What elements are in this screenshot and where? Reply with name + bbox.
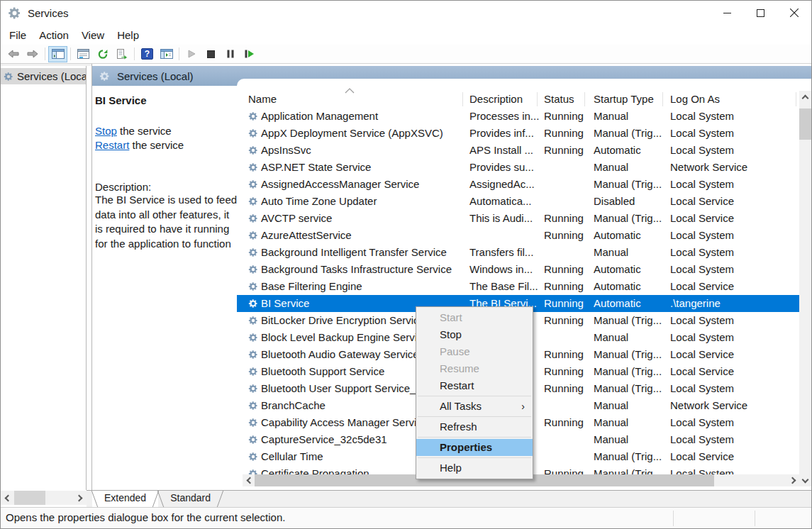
forward-button[interactable] xyxy=(23,46,42,62)
service-name-cell: Application Management xyxy=(261,108,464,125)
menu-item-restart[interactable]: Restart xyxy=(416,377,533,394)
start-service-button[interactable] xyxy=(182,46,201,62)
tree-horizontal-scrollbar[interactable] xyxy=(1,491,87,505)
service-row[interactable]: Background Intelligent Transfer Service … xyxy=(237,244,799,261)
pause-icon xyxy=(227,50,234,58)
service-gear-icon xyxy=(248,316,258,325)
scroll-right-button[interactable] xyxy=(787,474,799,486)
refresh-button[interactable] xyxy=(93,46,112,62)
column-header-description[interactable]: Description xyxy=(469,91,523,108)
restart-service-link[interactable]: Restart xyxy=(95,139,129,151)
refresh-icon xyxy=(97,49,109,60)
vertical-scroll-thumb[interactable] xyxy=(799,108,811,140)
start-icon xyxy=(188,50,196,58)
tree-scroll-left-button[interactable] xyxy=(1,491,13,505)
service-log-on-as-cell: Local Service xyxy=(670,363,794,380)
show-action-pane-button[interactable] xyxy=(157,46,176,62)
menu-item-all-tasks[interactable]: All Tasks› xyxy=(416,398,533,415)
title-bar: Services xyxy=(1,1,811,26)
service-gear-icon xyxy=(248,162,258,172)
minimize-button[interactable] xyxy=(711,1,744,25)
scroll-up-button[interactable] xyxy=(799,91,811,103)
menu-item-refresh[interactable]: Refresh xyxy=(416,418,533,435)
service-description-cell: Processes in... xyxy=(469,108,547,125)
restart-service-button[interactable] xyxy=(240,46,259,62)
vertical-scrollbar[interactable] xyxy=(799,91,811,486)
menu-item-help[interactable]: Help xyxy=(416,460,533,477)
service-description-cell: AssignedAc... xyxy=(469,176,547,193)
menubar-item-action[interactable]: Action xyxy=(33,27,75,43)
tree-scroll-thumb[interactable] xyxy=(14,491,45,505)
menubar-item-file[interactable]: File xyxy=(3,27,33,43)
menu-item-properties[interactable]: Properties xyxy=(416,439,533,456)
service-name-cell: AzureAttestService xyxy=(261,227,464,244)
menu-item-start: Start xyxy=(416,309,533,326)
content-header-title: Services (Local) xyxy=(117,70,194,82)
tab-standard[interactable]: Standard xyxy=(158,491,223,507)
back-button[interactable] xyxy=(4,46,23,62)
service-log-on-as-cell: Local Service xyxy=(670,448,794,465)
service-gear-icon xyxy=(248,179,258,189)
export-list-button[interactable] xyxy=(112,46,131,62)
service-row[interactable]: Background Tasks Infrastructure Service … xyxy=(237,261,799,278)
menubar-item-help[interactable]: Help xyxy=(111,27,145,43)
context-menu: StartStopPauseResumeRestartAll Tasks›Ref… xyxy=(416,306,533,479)
status-pane-divider xyxy=(673,511,674,526)
service-row[interactable]: ASP.NET State Service Provides su... Man… xyxy=(237,159,799,176)
column-divider[interactable] xyxy=(584,92,585,106)
menu-separator xyxy=(418,416,531,417)
service-startup-type-cell: Manual (Trig... xyxy=(594,380,668,397)
column-divider[interactable] xyxy=(462,92,463,106)
service-log-on-as-cell: Network Service xyxy=(670,397,794,414)
service-row[interactable]: Auto Time Zone Updater Automatica... Dis… xyxy=(237,193,799,210)
service-description-cell: Provides inf... xyxy=(469,125,547,142)
service-startup-type-cell: Manual xyxy=(594,108,668,125)
service-row[interactable]: AzureAttestService Running Automatic Loc… xyxy=(237,227,799,244)
service-startup-type-cell: Manual (Trig... xyxy=(594,210,668,227)
properties-button[interactable] xyxy=(74,46,93,62)
scroll-down-button[interactable] xyxy=(799,474,811,486)
tree-scroll-right-button[interactable] xyxy=(74,491,86,505)
service-status-cell: Running xyxy=(544,142,589,159)
column-header-name[interactable]: Name xyxy=(248,91,277,108)
service-row[interactable]: ApsInsSvc APS Install ... Running Automa… xyxy=(237,142,799,159)
service-row[interactable]: Application Management Processes in... R… xyxy=(237,108,799,125)
service-description: The BI Service is used to feed data into… xyxy=(95,193,238,251)
column-header-log-on-as[interactable]: Log On As xyxy=(670,91,720,108)
stop-service-button[interactable] xyxy=(201,46,221,62)
menu-item-stop[interactable]: Stop xyxy=(416,326,533,343)
pause-service-button[interactable] xyxy=(221,46,240,62)
close-button[interactable] xyxy=(777,1,811,25)
chevron-right-icon xyxy=(76,494,83,501)
service-status-cell: Running xyxy=(544,108,589,125)
service-name-cell: AVCTP service xyxy=(261,210,464,227)
column-divider[interactable] xyxy=(662,92,663,106)
service-row[interactable]: AppX Deployment Service (AppXSVC) Provid… xyxy=(237,125,799,142)
maximize-button[interactable] xyxy=(744,1,777,25)
service-row[interactable]: AssignedAccessManager Service AssignedAc… xyxy=(237,176,799,193)
show-console-tree-button[interactable] xyxy=(48,46,67,62)
column-divider[interactable] xyxy=(796,92,796,106)
scroll-left-button[interactable] xyxy=(243,474,255,486)
column-header-startup-type[interactable]: Startup Type xyxy=(594,91,654,108)
service-gear-icon xyxy=(248,196,258,206)
service-log-on-as-cell: Local System xyxy=(670,261,794,278)
stop-service-link[interactable]: Stop xyxy=(95,125,117,137)
service-row[interactable]: Base Filtering Engine The Base Fil... Ru… xyxy=(237,278,799,295)
service-startup-type-cell: Manual xyxy=(594,397,668,414)
service-name-cell: ApsInsSvc xyxy=(261,142,464,159)
menubar-item-view[interactable]: View xyxy=(75,27,111,43)
service-row[interactable]: AVCTP service This is Audi... Running Ma… xyxy=(237,210,799,227)
column-divider[interactable] xyxy=(537,92,538,106)
column-header-status[interactable]: Status xyxy=(544,91,574,108)
tree-item-label: Services (Loca xyxy=(17,70,86,82)
service-gear-icon xyxy=(248,111,258,121)
help-button[interactable]: ? xyxy=(138,46,157,62)
tab-extended[interactable]: Extended xyxy=(92,491,158,507)
selected-service-name: BI Service xyxy=(95,94,235,106)
service-gear-icon xyxy=(248,299,258,308)
tree-item-services-local[interactable]: Services (Loca xyxy=(1,68,86,84)
service-gear-icon xyxy=(248,264,258,274)
service-startup-type-cell: Automatic xyxy=(594,278,668,295)
service-status-cell: Running xyxy=(544,125,589,142)
